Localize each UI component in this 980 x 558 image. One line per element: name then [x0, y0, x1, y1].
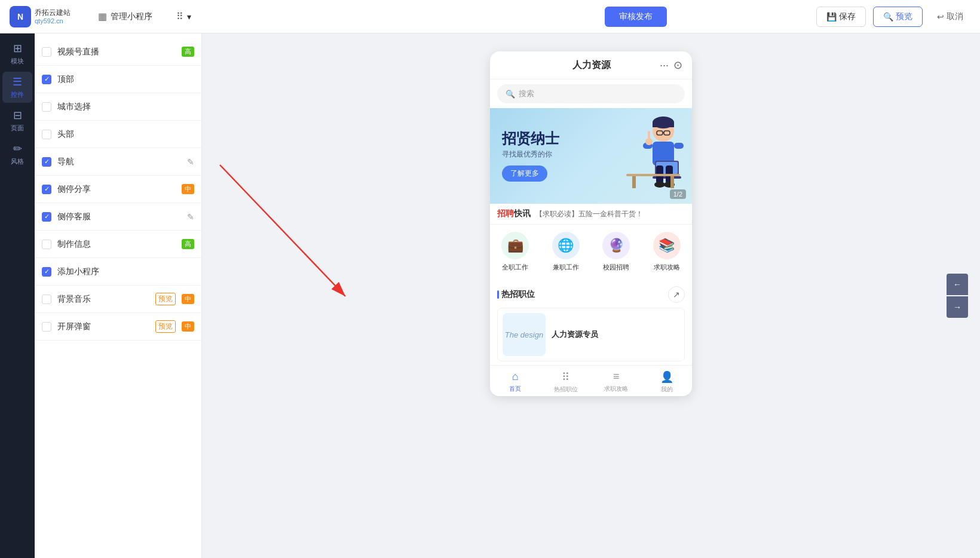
svg-rect-2	[653, 122, 674, 127]
component-name-live: 视频号直播	[57, 47, 178, 57]
control-label: 控件	[11, 90, 24, 99]
search-icon: 🔍	[506, 90, 515, 99]
save-icon: 💾	[826, 12, 837, 22]
canvas-area: 人力资源 ··· ⊙ 🔍 搜索 招贤纳士 寻找最优秀的你 了解更多	[202, 33, 980, 558]
cancel-label: 取消	[947, 11, 963, 22]
section-title: 热招职位	[497, 289, 535, 300]
page-label: 页面	[11, 124, 24, 133]
sidebar-nav: ⊞ 模块 ☰ 控件 ⊟ 页面 ✏ 风格	[0, 33, 35, 558]
bottom-nav-home[interactable]: ⌂ 首页	[490, 370, 541, 394]
category-parttime[interactable]: 🌐 兼职工作	[541, 232, 592, 272]
checkbox-bgmusic[interactable]	[42, 295, 51, 304]
svg-line-22	[220, 165, 345, 296]
jobs-label: 热招职位	[554, 385, 578, 394]
undo-icon: ↩	[937, 12, 944, 22]
logo-text-block: 乔拓云建站 qty592.cn	[35, 8, 71, 25]
parttime-icon: 🌐	[552, 232, 580, 259]
component-item-sidecustomer[interactable]: ✓ 侧停客服 ✎	[35, 203, 201, 231]
checkbox-nav[interactable]: ✓	[42, 157, 51, 167]
bottom-nav-tips[interactable]: ≡ 求职攻略	[591, 370, 642, 394]
logo-icon: N	[10, 6, 31, 27]
banner-badge: 1/2	[670, 189, 686, 199]
checkbox-addapp[interactable]: ✓	[42, 267, 51, 277]
checkbox-top[interactable]: ✓	[42, 75, 51, 84]
component-name-head: 头部	[57, 129, 194, 140]
manage-miniapp-btn[interactable]: ▦ 管理小程序	[93, 7, 157, 26]
checkbox-openscreen[interactable]	[42, 322, 51, 332]
phone-search: 🔍 搜索	[490, 79, 692, 108]
badge-live: 高	[182, 47, 194, 57]
bottom-nav-jobs[interactable]: ⠿ 热招职位	[541, 370, 592, 394]
job-logo: The design	[503, 313, 546, 356]
header-right: 💾 保存 🔍 预览 ↩ 取消	[816, 7, 970, 27]
phone-mockup: 人力资源 ··· ⊙ 🔍 搜索 招贤纳士 寻找最优秀的你 了解更多	[490, 51, 692, 396]
nav-up-btn[interactable]: ←	[947, 274, 968, 295]
banner-button[interactable]: 了解更多	[502, 165, 547, 182]
nav-down-btn[interactable]: →	[947, 296, 968, 318]
badge-preview-bgmusic: 预览	[155, 293, 176, 305]
search-bar[interactable]: 🔍 搜索	[497, 84, 685, 103]
component-item-live[interactable]: 视频号直播 高	[35, 38, 201, 66]
apps-icon: ⠿	[176, 11, 183, 22]
checkbox-head[interactable]	[42, 130, 51, 139]
module-label: 模块	[11, 57, 24, 66]
component-item-head[interactable]: 头部	[35, 121, 201, 148]
more-icon[interactable]: ···	[660, 59, 669, 72]
component-panel: 视频号直播 高 ✓ 顶部 城市选择 头部 ✓ 导航 ✎	[35, 33, 202, 558]
sidebar-item-control[interactable]: ☰ 控件	[2, 72, 32, 103]
banner-title: 招贤纳士	[502, 130, 559, 148]
job-title: 人力资源专员	[552, 329, 679, 340]
component-item-city[interactable]: 城市选择	[35, 93, 201, 121]
cancel-button[interactable]: ↩ 取消	[930, 7, 970, 26]
category-tips[interactable]: 📚 求职攻略	[642, 232, 693, 272]
phone-ticker: 招聘快讯 【求职必读】五险一金科普干货！	[490, 204, 692, 225]
component-item-openscreen[interactable]: 开屏弹窗 预览 中	[35, 313, 201, 341]
section-more-btn[interactable]: ↗	[668, 286, 685, 303]
component-item-sideshare[interactable]: ✓ 侧停分享 中	[35, 176, 201, 203]
checkbox-live[interactable]	[42, 47, 51, 57]
bottom-nav-mine[interactable]: 👤 我的	[642, 370, 693, 394]
logo: N 乔拓云建站 qty592.cn	[10, 6, 93, 27]
badge-bgmusic: 中	[182, 294, 194, 304]
checkbox-sidecustomer[interactable]: ✓	[42, 212, 51, 222]
phone-title: 人力资源	[523, 59, 660, 72]
apps-dropdown-arrow: ▾	[187, 12, 191, 22]
component-name-sidecustomer: 侧停客服	[57, 211, 183, 222]
banner-text: 招贤纳士 寻找最优秀的你 了解更多	[502, 130, 559, 182]
sidebar-item-style[interactable]: ✏ 风格	[2, 139, 32, 170]
checkbox-sideshare[interactable]: ✓	[42, 185, 51, 194]
component-name-top: 顶部	[57, 74, 194, 85]
apps-btn[interactable]: ⠿ ▾	[172, 7, 196, 26]
preview-icon: 🔍	[883, 12, 893, 22]
component-item-bgmusic[interactable]: 背景音乐 预览 中	[35, 286, 201, 313]
svg-rect-19	[632, 176, 636, 188]
header-center: 审核发布	[455, 7, 816, 27]
component-name-addapp: 添加小程序	[57, 266, 194, 277]
component-item-nav[interactable]: ✓ 导航 ✎	[35, 148, 201, 176]
fulltime-icon: 💼	[501, 232, 529, 259]
component-item-makeinfo[interactable]: 制作信息 高	[35, 231, 201, 258]
category-fulltime[interactable]: 💼 全职工作	[490, 232, 541, 272]
save-button[interactable]: 💾 保存	[816, 7, 866, 27]
home-icon: ⌂	[512, 370, 519, 383]
edit-icon-nav[interactable]: ✎	[187, 157, 194, 167]
checkbox-city[interactable]	[42, 102, 51, 112]
target-icon[interactable]: ⊙	[673, 59, 682, 72]
component-item-top[interactable]: ✓ 顶部	[35, 66, 201, 93]
preview-button[interactable]: 🔍 预览	[873, 7, 923, 27]
sidebar-item-module[interactable]: ⊞ 模块	[2, 38, 32, 69]
svg-point-16	[654, 182, 665, 188]
tips-label: 求职攻略	[654, 263, 680, 272]
checkbox-makeinfo[interactable]	[42, 240, 51, 249]
sidebar-item-page[interactable]: ⊟ 页面	[2, 105, 32, 136]
preview-label: 预览	[896, 11, 912, 22]
ticker-brand: 招聘快讯	[497, 209, 531, 219]
navtips-icon: ≡	[613, 370, 620, 383]
campus-label: 校园招聘	[603, 263, 629, 272]
edit-icon-sidecustomer[interactable]: ✎	[187, 212, 194, 222]
publish-button[interactable]: 审核发布	[605, 7, 667, 27]
category-campus[interactable]: 🔮 校园招聘	[591, 232, 642, 272]
job-card[interactable]: The design 人力资源专员	[497, 308, 685, 361]
header-nav: ▦ 管理小程序 ⠿ ▾	[93, 7, 455, 26]
component-item-addapp[interactable]: ✓ 添加小程序	[35, 258, 201, 286]
